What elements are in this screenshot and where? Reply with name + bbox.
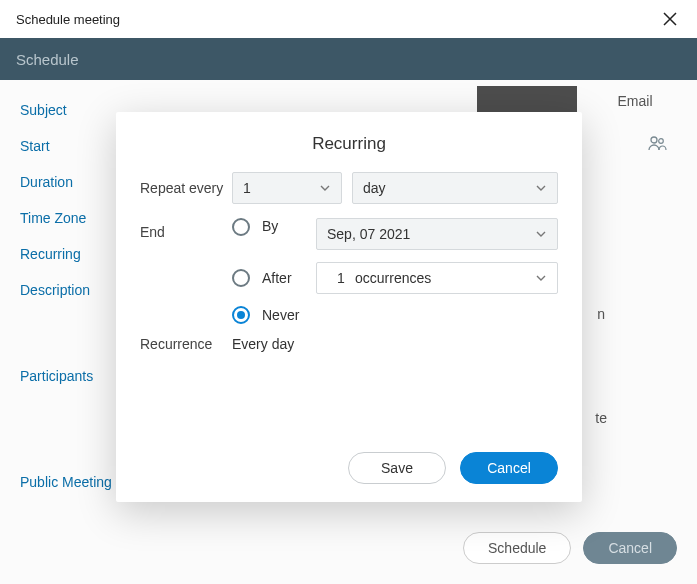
repeat-every-label: Repeat every: [140, 180, 232, 196]
repeat-count-select[interactable]: 1: [232, 172, 342, 204]
people-icon[interactable]: [647, 134, 667, 158]
recurring-modal: Recurring Repeat every 1 day End By Sep,…: [116, 112, 582, 502]
recurring-label: Recurring: [20, 246, 120, 262]
chevron-down-icon: [319, 182, 331, 194]
end-by-date-select[interactable]: Sep, 07 2021: [316, 218, 558, 250]
end-label: End: [140, 218, 232, 240]
duration-label: Duration: [20, 174, 120, 190]
email-button[interactable]: Email: [589, 86, 681, 116]
repeat-unit-select[interactable]: day: [352, 172, 558, 204]
end-after-unit: occurrences: [355, 270, 431, 286]
cancel-button[interactable]: Cancel: [583, 532, 677, 564]
public-meeting-label: Public Meeting: [20, 474, 120, 490]
window-header: Schedule meeting: [0, 0, 697, 38]
end-never-radio[interactable]: [232, 306, 250, 324]
end-after-label: After: [262, 270, 316, 286]
timezone-label: Time Zone: [20, 210, 120, 226]
peek-text-n: n: [597, 306, 605, 322]
end-by-date-value: Sep, 07 2021: [327, 226, 410, 242]
end-after-select[interactable]: 1 occurrences: [316, 262, 558, 294]
recurrence-label: Recurrence: [140, 336, 232, 352]
repeat-count-value: 1: [243, 180, 251, 196]
close-icon[interactable]: [659, 8, 681, 30]
subject-label: Subject: [20, 102, 120, 118]
chevron-down-icon: [535, 228, 547, 240]
toolbar: Schedule: [0, 38, 697, 80]
modal-save-button[interactable]: Save: [348, 452, 446, 484]
modal-title: Recurring: [140, 134, 558, 154]
svg-point-0: [651, 137, 657, 143]
chevron-down-icon: [535, 272, 547, 284]
participants-label: Participants: [20, 368, 120, 384]
chevron-down-icon: [535, 182, 547, 194]
end-never-label: Never: [262, 307, 299, 323]
end-after-count: 1: [327, 270, 355, 286]
end-by-radio[interactable]: [232, 218, 250, 236]
description-label: Description: [20, 282, 120, 298]
repeat-unit-value: day: [363, 180, 386, 196]
end-by-label: By: [262, 218, 316, 234]
modal-cancel-button[interactable]: Cancel: [460, 452, 558, 484]
schedule-button[interactable]: Schedule: [463, 532, 571, 564]
recurrence-value: Every day: [232, 336, 294, 352]
end-after-radio[interactable]: [232, 269, 250, 287]
toolbar-title: Schedule: [16, 51, 79, 68]
start-label: Start: [20, 138, 120, 154]
svg-point-1: [659, 139, 664, 144]
peek-text-te: te: [595, 410, 607, 426]
window-title: Schedule meeting: [16, 12, 120, 27]
